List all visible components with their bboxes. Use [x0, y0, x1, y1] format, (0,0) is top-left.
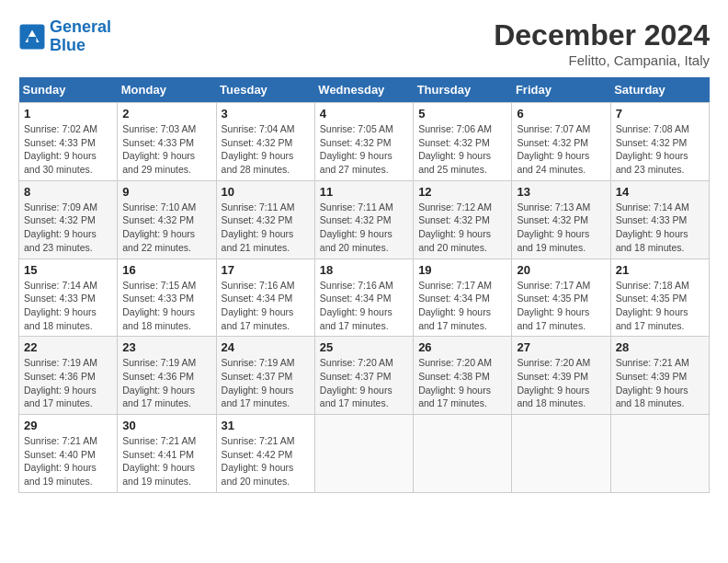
day-info: Sunrise: 7:07 AMSunset: 4:32 PMDaylight:… [517, 122, 605, 177]
calendar-cell: 24Sunrise: 7:19 AMSunset: 4:37 PMDayligh… [216, 337, 314, 415]
day-number: 20 [517, 263, 605, 277]
day-info: Sunrise: 7:15 AMSunset: 4:33 PMDaylight:… [122, 279, 210, 333]
calendar-week-row: 8Sunrise: 7:09 AMSunset: 4:32 PMDaylight… [19, 180, 710, 259]
calendar-cell [512, 415, 610, 493]
day-number: 7 [616, 107, 704, 121]
day-info: Sunrise: 7:19 AMSunset: 4:36 PMDaylight:… [122, 356, 210, 410]
day-number: 13 [517, 185, 605, 199]
day-number: 6 [517, 107, 605, 121]
day-info: Sunrise: 7:08 AMSunset: 4:32 PMDaylight:… [616, 122, 704, 177]
day-info: Sunrise: 7:16 AMSunset: 4:34 PMDaylight:… [320, 279, 408, 333]
day-info: Sunrise: 7:05 AMSunset: 4:32 PMDaylight:… [320, 122, 408, 177]
page-header: General Blue December 2024 Felitto, Camp… [18, 18, 710, 68]
day-number: 4 [320, 107, 408, 121]
logo-icon [18, 23, 46, 51]
calendar-cell: 9Sunrise: 7:10 AMSunset: 4:32 PMDaylight… [118, 180, 216, 259]
calendar-cell: 19Sunrise: 7:17 AMSunset: 4:34 PMDayligh… [414, 259, 512, 337]
calendar-cell: 27Sunrise: 7:20 AMSunset: 4:39 PMDayligh… [512, 337, 610, 415]
calendar-cell: 16Sunrise: 7:15 AMSunset: 4:33 PMDayligh… [118, 259, 216, 337]
day-number: 31 [222, 419, 310, 432]
location-subtitle: Felitto, Campania, Italy [494, 52, 710, 68]
calendar-cell: 8Sunrise: 7:09 AMSunset: 4:32 PMDaylight… [19, 180, 118, 259]
day-info: Sunrise: 7:19 AMSunset: 4:36 PMDaylight:… [24, 356, 112, 410]
logo-line2: Blue [50, 36, 85, 54]
col-header-tuesday: Tuesday [216, 77, 314, 103]
calendar-cell: 7Sunrise: 7:08 AMSunset: 4:32 PMDaylight… [610, 103, 709, 181]
day-info: Sunrise: 7:18 AMSunset: 4:35 PMDaylight:… [616, 279, 704, 333]
calendar-cell: 15Sunrise: 7:14 AMSunset: 4:33 PMDayligh… [19, 259, 118, 337]
day-info: Sunrise: 7:21 AMSunset: 4:39 PMDaylight:… [616, 356, 704, 410]
day-number: 3 [222, 107, 310, 121]
calendar-cell: 13Sunrise: 7:13 AMSunset: 4:32 PMDayligh… [512, 180, 610, 259]
day-number: 22 [24, 340, 112, 354]
col-header-saturday: Saturday [610, 77, 709, 103]
calendar-cell: 29Sunrise: 7:21 AMSunset: 4:40 PMDayligh… [19, 415, 118, 493]
calendar-cell: 5Sunrise: 7:06 AMSunset: 4:32 PMDaylight… [414, 103, 512, 181]
day-number: 8 [24, 185, 112, 199]
col-header-monday: Monday [118, 77, 216, 103]
calendar-header-row: SundayMondayTuesdayWednesdayThursdayFrid… [19, 77, 710, 103]
calendar-cell: 3Sunrise: 7:04 AMSunset: 4:32 PMDaylight… [216, 103, 314, 181]
calendar-cell: 4Sunrise: 7:05 AMSunset: 4:32 PMDaylight… [314, 103, 413, 181]
calendar-week-row: 15Sunrise: 7:14 AMSunset: 4:33 PMDayligh… [19, 259, 710, 337]
day-info: Sunrise: 7:12 AMSunset: 4:32 PMDaylight:… [418, 201, 506, 255]
calendar-cell: 6Sunrise: 7:07 AMSunset: 4:32 PMDaylight… [512, 103, 610, 181]
calendar-week-row: 29Sunrise: 7:21 AMSunset: 4:40 PMDayligh… [19, 415, 710, 493]
calendar-cell [314, 415, 413, 493]
day-info: Sunrise: 7:20 AMSunset: 4:37 PMDaylight:… [320, 356, 408, 410]
calendar-cell: 11Sunrise: 7:11 AMSunset: 4:32 PMDayligh… [314, 180, 413, 259]
day-number: 2 [122, 107, 210, 121]
calendar-cell: 12Sunrise: 7:12 AMSunset: 4:32 PMDayligh… [414, 180, 512, 259]
day-info: Sunrise: 7:14 AMSunset: 4:33 PMDaylight:… [616, 201, 704, 255]
calendar-cell [414, 415, 512, 493]
day-number: 16 [122, 263, 210, 277]
day-info: Sunrise: 7:21 AMSunset: 4:41 PMDaylight:… [122, 434, 210, 488]
month-title: December 2024 [494, 18, 710, 52]
day-info: Sunrise: 7:04 AMSunset: 4:32 PMDaylight:… [222, 122, 310, 177]
calendar-cell [610, 415, 709, 493]
logo-line1: General [50, 17, 111, 36]
day-number: 5 [418, 107, 506, 121]
title-block: December 2024 Felitto, Campania, Italy [494, 18, 710, 68]
day-number: 25 [320, 340, 408, 354]
calendar-week-row: 22Sunrise: 7:19 AMSunset: 4:36 PMDayligh… [19, 337, 710, 415]
day-number: 19 [418, 263, 506, 277]
calendar-cell: 28Sunrise: 7:21 AMSunset: 4:39 PMDayligh… [610, 337, 709, 415]
day-number: 29 [24, 419, 112, 432]
svg-rect-2 [28, 37, 37, 42]
day-info: Sunrise: 7:19 AMSunset: 4:37 PMDaylight:… [222, 356, 310, 410]
calendar-cell: 30Sunrise: 7:21 AMSunset: 4:41 PMDayligh… [118, 415, 216, 493]
calendar-cell: 21Sunrise: 7:18 AMSunset: 4:35 PMDayligh… [610, 259, 709, 337]
calendar-cell: 25Sunrise: 7:20 AMSunset: 4:37 PMDayligh… [314, 337, 413, 415]
day-number: 15 [24, 263, 112, 277]
calendar-cell: 26Sunrise: 7:20 AMSunset: 4:38 PMDayligh… [414, 337, 512, 415]
calendar-table: SundayMondayTuesdayWednesdayThursdayFrid… [18, 77, 710, 493]
day-number: 11 [320, 185, 408, 199]
day-number: 26 [418, 340, 506, 354]
day-number: 28 [616, 340, 704, 354]
calendar-cell: 20Sunrise: 7:17 AMSunset: 4:35 PMDayligh… [512, 259, 610, 337]
day-info: Sunrise: 7:06 AMSunset: 4:32 PMDaylight:… [418, 122, 506, 177]
calendar-cell: 22Sunrise: 7:19 AMSunset: 4:36 PMDayligh… [19, 337, 118, 415]
day-info: Sunrise: 7:11 AMSunset: 4:32 PMDaylight:… [222, 201, 310, 255]
day-number: 18 [320, 263, 408, 277]
calendar-cell: 31Sunrise: 7:21 AMSunset: 4:42 PMDayligh… [216, 415, 314, 493]
col-header-thursday: Thursday [414, 77, 512, 103]
day-info: Sunrise: 7:10 AMSunset: 4:32 PMDaylight:… [122, 201, 210, 255]
day-info: Sunrise: 7:09 AMSunset: 4:32 PMDaylight:… [24, 201, 112, 255]
calendar-cell: 14Sunrise: 7:14 AMSunset: 4:33 PMDayligh… [610, 180, 709, 259]
logo: General Blue [18, 18, 111, 55]
logo-text: General Blue [50, 18, 111, 55]
day-number: 12 [418, 185, 506, 199]
day-info: Sunrise: 7:03 AMSunset: 4:33 PMDaylight:… [122, 122, 210, 177]
day-number: 30 [122, 419, 210, 432]
day-number: 23 [122, 340, 210, 354]
calendar-cell: 2Sunrise: 7:03 AMSunset: 4:33 PMDaylight… [118, 103, 216, 181]
col-header-wednesday: Wednesday [314, 77, 413, 103]
calendar-cell: 10Sunrise: 7:11 AMSunset: 4:32 PMDayligh… [216, 180, 314, 259]
calendar-cell: 17Sunrise: 7:16 AMSunset: 4:34 PMDayligh… [216, 259, 314, 337]
day-number: 21 [616, 263, 704, 277]
day-info: Sunrise: 7:20 AMSunset: 4:39 PMDaylight:… [517, 356, 605, 410]
day-info: Sunrise: 7:20 AMSunset: 4:38 PMDaylight:… [418, 356, 506, 410]
day-info: Sunrise: 7:17 AMSunset: 4:34 PMDaylight:… [418, 279, 506, 333]
